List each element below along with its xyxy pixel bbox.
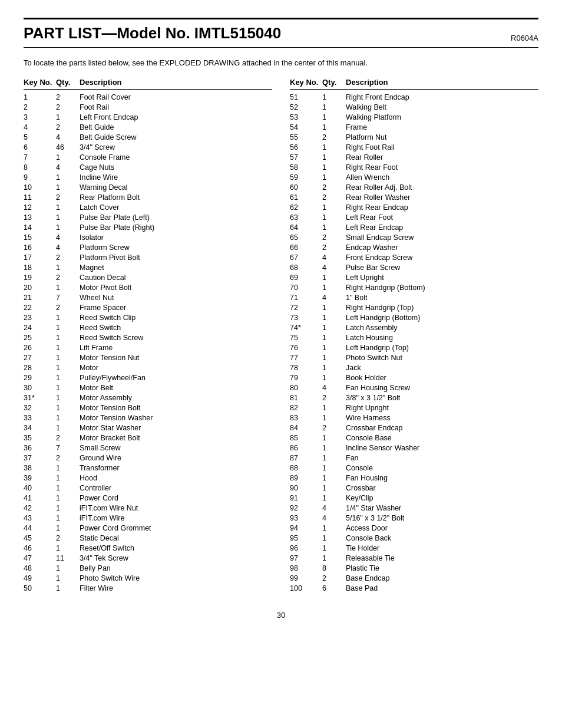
- part-desc: iFIT.com Wire: [80, 514, 272, 522]
- part-desc: Reed Switch Clip: [80, 314, 272, 322]
- part-desc: 5/16" x 3 1/2" Bolt: [346, 514, 538, 522]
- part-key: 56: [290, 143, 322, 151]
- part-qty: 1: [322, 374, 346, 382]
- part-desc: Fan: [346, 454, 538, 462]
- part-qty: 1: [56, 263, 80, 272]
- part-key: 24: [24, 324, 56, 332]
- part-key: 13: [24, 213, 56, 222]
- part-desc: Belt Guide Screw: [80, 133, 272, 141]
- table-row: 30 1 Motor Belt: [24, 383, 272, 393]
- part-desc: Platform Nut: [346, 133, 538, 141]
- part-qty: 2: [322, 243, 346, 252]
- table-row: 16 4 Platform Screw: [24, 242, 272, 252]
- page-title: PART LIST—Model No. IMTL515040: [24, 24, 281, 42]
- part-qty: 1: [322, 284, 346, 292]
- table-row: 52 1 Walking Belt: [290, 102, 538, 112]
- table-row: 83 1 Wire Harness: [290, 413, 538, 423]
- part-key: 38: [24, 464, 56, 472]
- part-key: 62: [290, 203, 322, 212]
- table-row: 73 1 Left Handgrip (Bottom): [290, 312, 538, 322]
- table-row: 51 1 Right Front Endcap: [290, 92, 538, 102]
- part-key: 43: [24, 514, 56, 522]
- part-key: 9: [24, 173, 56, 182]
- right-col-header: Key No. Qty. Description: [290, 78, 538, 90]
- part-qty: 1: [322, 494, 346, 502]
- part-key: 57: [290, 153, 322, 162]
- part-qty: 2: [322, 133, 346, 141]
- part-desc: Left Rear Endcap: [346, 223, 538, 232]
- table-row: 6 46 3/4" Screw: [24, 142, 272, 152]
- table-row: 91 1 Key/Clip: [290, 493, 538, 503]
- table-row: 72 1 Right Handgrip (Top): [290, 302, 538, 312]
- part-qty: 4: [56, 163, 80, 172]
- part-qty: 1: [322, 93, 346, 101]
- part-qty: 1: [322, 213, 346, 222]
- part-qty: 6: [322, 584, 346, 592]
- part-qty: 1: [322, 314, 346, 322]
- part-key: 2: [24, 103, 56, 111]
- part-qty: 1: [56, 424, 80, 432]
- part-key: 100: [290, 584, 322, 592]
- part-desc: Right Rear Endcap: [346, 203, 538, 212]
- part-desc: Foot Rail: [80, 103, 272, 111]
- left-col-header: Key No. Qty. Description: [24, 78, 272, 90]
- table-row: 15 4 Isolator: [24, 232, 272, 242]
- part-key: 79: [290, 374, 322, 382]
- part-key: 41: [24, 494, 56, 502]
- table-row: 53 1 Walking Platform: [290, 112, 538, 122]
- part-qty: 1: [322, 444, 346, 452]
- part-desc: Hood: [80, 474, 272, 482]
- table-row: 88 1 Console: [290, 463, 538, 473]
- right-parts-list: 51 1 Right Front Endcap 52 1 Walking Bel…: [290, 92, 538, 593]
- table-row: 70 1 Right Handgrip (Bottom): [290, 282, 538, 292]
- table-row: 45 2 Static Decal: [24, 533, 272, 543]
- table-row: 71 4 1" Bolt: [290, 292, 538, 302]
- part-desc: Left Upright: [346, 274, 538, 282]
- table-row: 98 8 Plastic Tie: [290, 563, 538, 573]
- part-qty: 1: [56, 404, 80, 412]
- part-key: 29: [24, 374, 56, 382]
- part-key: 25: [24, 334, 56, 342]
- table-row: 87 1 Fan: [290, 453, 538, 463]
- table-row: 57 1 Rear Roller: [290, 152, 538, 162]
- part-key: 1: [24, 93, 56, 101]
- table-row: 7 1 Console Frame: [24, 152, 272, 162]
- table-row: 4 2 Belt Guide: [24, 122, 272, 132]
- part-qty: 1: [56, 354, 80, 362]
- part-qty: 1: [322, 304, 346, 312]
- part-qty: 1: [56, 574, 80, 582]
- part-desc: Walking Belt: [346, 103, 538, 111]
- part-qty: 2: [322, 233, 346, 242]
- table-row: 1 2 Foot Rail Cover: [24, 92, 272, 102]
- part-desc: 3/4" Screw: [80, 143, 272, 151]
- part-qty: 1: [56, 384, 80, 392]
- part-desc: Small Endcap Screw: [346, 233, 538, 242]
- part-key: 61: [290, 193, 322, 202]
- table-row: 12 1 Latch Cover: [24, 202, 272, 212]
- part-desc: Wire Harness: [346, 414, 538, 422]
- part-qty: 2: [56, 253, 80, 262]
- table-row: 37 2 Ground Wire: [24, 453, 272, 463]
- part-desc: Small Screw: [80, 444, 272, 452]
- part-desc: 1/4" Star Washer: [346, 504, 538, 512]
- part-desc: Lift Frame: [80, 344, 272, 352]
- right-column: Key No. Qty. Description 51 1 Right Fron…: [290, 78, 538, 593]
- part-qty: 1: [56, 344, 80, 352]
- part-key: 27: [24, 354, 56, 362]
- part-key: 52: [290, 103, 322, 111]
- part-key: 36: [24, 444, 56, 452]
- part-qty: 2: [322, 193, 346, 202]
- part-desc: Foot Rail Cover: [80, 93, 272, 101]
- part-key: 20: [24, 284, 56, 292]
- table-row: 8 4 Cage Nuts: [24, 162, 272, 172]
- part-key: 78: [290, 364, 322, 372]
- part-desc: Book Holder: [346, 374, 538, 382]
- part-key: 80: [290, 384, 322, 392]
- table-row: 58 1 Right Rear Foot: [290, 162, 538, 172]
- part-desc: Rear Roller Adj. Bolt: [346, 183, 538, 192]
- part-desc: Belt Guide: [80, 123, 272, 131]
- part-qty: 4: [56, 233, 80, 242]
- part-desc: Base Endcap: [346, 574, 538, 582]
- part-key: 5: [24, 133, 56, 141]
- part-qty: 1: [56, 213, 80, 222]
